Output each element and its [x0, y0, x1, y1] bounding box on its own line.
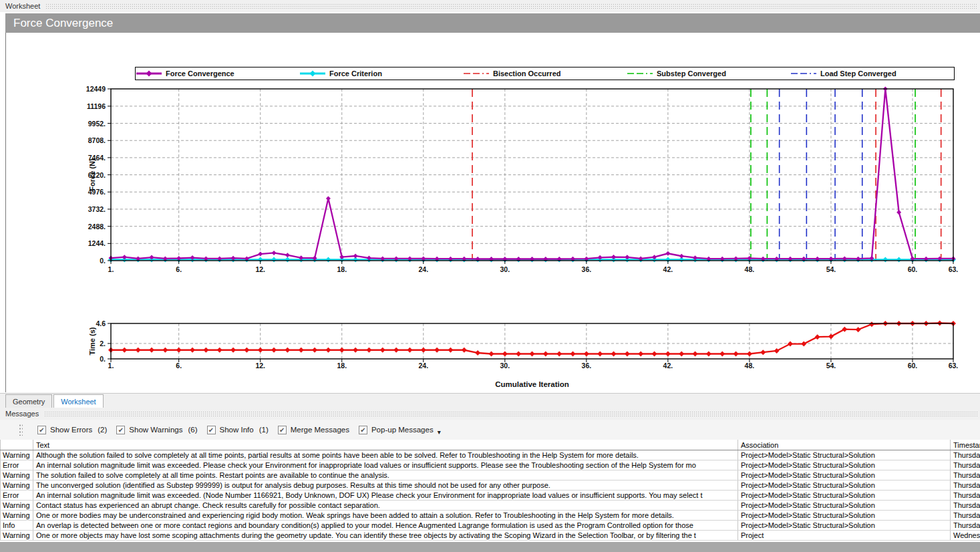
svg-text:2.: 2.: [100, 339, 106, 348]
svg-text:63.: 63.: [949, 265, 959, 273]
popup-messages-dropdown-icon[interactable]: ▾: [438, 428, 441, 436]
legend-item-substep-converged: Substep Converged: [627, 70, 790, 78]
message-timestamp: Thursday, O: [951, 460, 980, 470]
svg-text:12.: 12.: [255, 362, 265, 370]
svg-text:36.: 36.: [582, 362, 592, 370]
messages-caption-bar: Messages: [0, 408, 980, 420]
message-association: Project>Model>Static Structural>Solution: [738, 511, 951, 520]
show-info-label: Show Info: [220, 426, 254, 434]
legend-swatch-icon: [463, 70, 490, 78]
message-row[interactable]: WarningOne or more objects may have lost…: [0, 531, 980, 541]
svg-text:6.: 6.: [176, 362, 182, 370]
message-row[interactable]: WarningThe unconverged solution (identif…: [0, 480, 980, 491]
svg-text:63.: 63.: [949, 362, 959, 370]
svg-text:24.: 24.: [418, 265, 428, 273]
svg-text:9952.: 9952.: [88, 120, 106, 128]
tab-worksheet[interactable]: Worksheet: [53, 394, 103, 408]
worksheet-caption-label: Worksheet: [5, 2, 40, 10]
column-header-type[interactable]: [0, 440, 33, 450]
column-header-text[interactable]: Text: [33, 440, 738, 450]
panel-title: Force Convergence: [13, 17, 113, 30]
message-timestamp: Thursday, O: [951, 480, 980, 490]
message-row[interactable]: InfoAn overlap is detected between one o…: [0, 521, 980, 531]
legend-item-force-convergence: Force Convergence: [136, 70, 299, 78]
message-row[interactable]: WarningAlthough the solution failed to s…: [0, 450, 980, 460]
show-warnings-count: (6): [188, 426, 197, 434]
svg-text:36.: 36.: [582, 265, 592, 273]
message-timestamp: Thursday, O: [951, 491, 980, 500]
svg-text:12449: 12449: [86, 85, 106, 93]
message-type: Warning: [0, 480, 33, 490]
legend-item-force-criterion: Force Criterion: [299, 70, 463, 78]
svg-text:54.: 54.: [826, 362, 836, 370]
column-header-timestamp[interactable]: Timestamp: [951, 440, 980, 450]
popup-messages-label: Pop-up Messages: [371, 426, 434, 434]
message-association: Project: [738, 531, 951, 540]
force-convergence-charts: 12449111969952.8708.7464.6220.4976.3732.…: [0, 32, 980, 393]
svg-text:1.: 1.: [108, 265, 114, 273]
message-type: Warning: [0, 511, 33, 520]
merge-messages-label: Merge Messages: [291, 426, 349, 434]
svg-text:0.: 0.: [100, 257, 106, 265]
merge-messages-checkbox[interactable]: ✔: [278, 426, 287, 434]
message-association: Project>Model>Static Structural>Solution: [738, 470, 951, 480]
svg-text:42.: 42.: [663, 265, 673, 273]
message-text: The solution failed to solve completely …: [33, 470, 738, 480]
message-row[interactable]: WarningThe solution failed to solve comp…: [0, 470, 980, 480]
message-association: Project>Model>Static Structural>Solution: [738, 460, 951, 470]
chart-legend: Force ConvergenceForce CriterionBisectio…: [135, 67, 955, 80]
popup-messages-toggle[interactable]: ✔Pop-up Messages▾: [359, 426, 441, 434]
message-association: Project>Model>Static Structural>Solution: [738, 521, 951, 530]
toolbar-drag-handle[interactable]: [19, 424, 23, 436]
show-errors-count: (2): [98, 426, 107, 434]
svg-text:30.: 30.: [500, 265, 510, 273]
legend-swatch-icon: [627, 70, 653, 78]
message-type: Warning: [0, 531, 33, 540]
message-timestamp: Thursday, O: [951, 521, 980, 530]
tab-bar: GeometryWorksheet: [0, 393, 980, 408]
svg-text:18.: 18.: [337, 265, 347, 273]
table-header-row: TextAssociationTimestamp: [0, 440, 980, 450]
legend-item-load-step-converged: Load Step Converged: [790, 70, 954, 78]
panel-header: Force Convergence: [5, 13, 980, 33]
caption-texture: [45, 3, 978, 9]
message-row[interactable]: ErrorAn internal solution magnitude limi…: [0, 491, 980, 501]
message-row[interactable]: ErrorAn internal solution magnitude limi…: [0, 460, 980, 470]
svg-text:12.: 12.: [255, 265, 265, 273]
show-warnings-toggle[interactable]: ✔Show Warnings(6): [116, 426, 197, 434]
svg-text:3732.: 3732.: [88, 205, 106, 213]
show-info-checkbox[interactable]: ✔: [207, 426, 216, 434]
merge-messages-toggle[interactable]: ✔Merge Messages: [278, 426, 349, 434]
tab-geometry[interactable]: Geometry: [5, 394, 52, 408]
message-type: Warning: [0, 501, 33, 510]
legend-label: Force Convergence: [166, 70, 234, 78]
show-warnings-label: Show Warnings: [129, 426, 182, 434]
column-header-association[interactable]: Association: [738, 440, 951, 450]
svg-text:Time (s): Time (s): [88, 327, 96, 355]
show-errors-checkbox[interactable]: ✔: [37, 426, 46, 434]
messages-table: TextAssociationTimestampWarningAlthough …: [0, 440, 980, 541]
message-row[interactable]: WarningOne or more bodies may be underco…: [0, 511, 980, 521]
message-text: An internal solution magnitude limit was…: [33, 491, 738, 500]
show-info-toggle[interactable]: ✔Show Info(1): [207, 426, 269, 434]
message-text: An overlap is detected between one or mo…: [33, 521, 738, 530]
svg-text:8708.: 8708.: [88, 136, 106, 144]
show-warnings-checkbox[interactable]: ✔: [116, 426, 125, 434]
messages-toolbar: ✔Show Errors(2)✔Show Warnings(6)✔Show In…: [0, 420, 980, 440]
popup-messages-checkbox[interactable]: ✔: [359, 426, 367, 434]
messages-caption-label: Messages: [5, 410, 39, 418]
worksheet-caption-bar: Worksheet: [0, 0, 980, 12]
svg-text:60.: 60.: [908, 362, 918, 370]
show-errors-label: Show Errors: [50, 426, 92, 434]
legend-label: Force Criterion: [329, 70, 382, 78]
message-text: Contact status has experienced an abrupt…: [33, 501, 738, 510]
message-row[interactable]: WarningContact status has experienced an…: [0, 501, 980, 511]
message-association: Project>Model>Static Structural>Solution: [738, 450, 951, 460]
svg-text:1.: 1.: [108, 362, 114, 370]
svg-text:1244.: 1244.: [88, 239, 106, 247]
show-errors-toggle[interactable]: ✔Show Errors(2): [37, 426, 107, 434]
legend-label: Substep Converged: [657, 70, 726, 78]
svg-text:30.: 30.: [500, 362, 510, 370]
svg-text:6.: 6.: [176, 265, 182, 273]
message-text: One or more bodies may be underconstrain…: [33, 511, 738, 520]
